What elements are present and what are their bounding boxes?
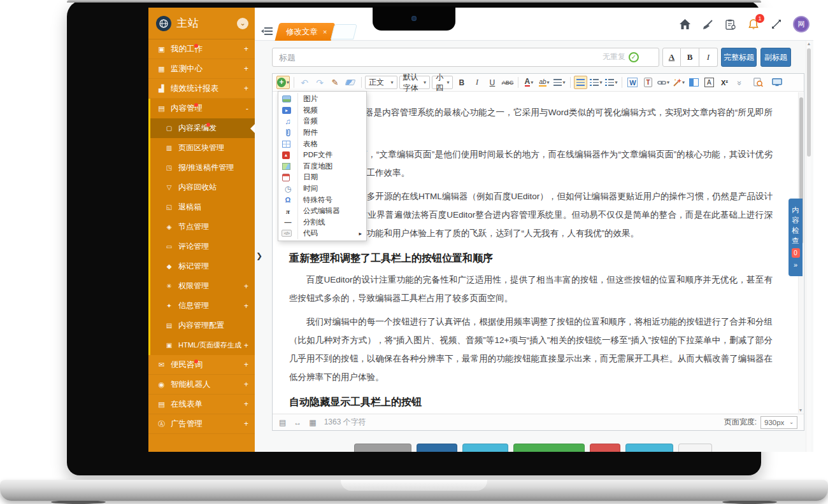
menu-item-divider-line[interactable]: —分割线	[278, 217, 366, 228]
editor-heading[interactable]: 重新整理和调整了工具栏上的按钮位置和顺序	[289, 251, 773, 265]
sidebar-item-performance-report[interactable]: ▟ 绩效统计报表 +	[148, 79, 255, 99]
menu-item-formula-editor[interactable]: π公式编辑器	[278, 206, 366, 217]
font-size-select[interactable]: 小四 ▾	[432, 76, 453, 89]
action-button-gray[interactable]	[354, 444, 411, 452]
char-border-button[interactable]: A	[703, 76, 716, 89]
redo-button[interactable]: ↷	[313, 76, 327, 89]
menu-item-table[interactable]: 表格	[278, 138, 366, 150]
sidebar-item-permission-management[interactable]: ✳ 权限管理 +	[150, 276, 255, 296]
element-path-icon[interactable]: ▤	[279, 418, 286, 427]
sidebar-item-comment-management[interactable]: ▭ 评论管理	[150, 237, 255, 256]
scrollbar-up-arrow[interactable]: ▲	[806, 41, 811, 46]
superscript-button[interactable]: X²	[718, 76, 731, 89]
preview-button[interactable]	[752, 76, 765, 89]
paragraph-style-value: 正文	[369, 77, 384, 88]
full-title-button[interactable]: 完整标题	[721, 48, 757, 67]
page-width-select[interactable]: 930px ⌄	[760, 416, 797, 429]
menu-item-video[interactable]: ▸视频	[278, 105, 366, 116]
strikethrough-button[interactable]: ABC	[501, 76, 514, 89]
editor-paragraph[interactable]: 百度UEditor的设计注重功能的完备性和广泛适用性，提供了相当丰富的按钮，但这…	[289, 270, 773, 307]
italic-button[interactable]: I	[470, 76, 483, 89]
sidebar-item-html-cache[interactable]: ▣ HTML/页面缓存生成 +	[150, 335, 255, 355]
sidebar-item-content-config[interactable]: ▤ 内容管理配置	[150, 316, 255, 335]
action-button-white[interactable]	[678, 444, 712, 452]
sidebar-item-my-work[interactable]: ▣ 我的工作 +	[148, 39, 255, 59]
menu-item-pdf[interactable]: ▲PDF文件	[278, 150, 366, 161]
sidebar-item-tag-management[interactable]: ◆ 标记管理	[150, 256, 255, 276]
bold-button[interactable]: B	[455, 76, 468, 89]
paste-plain-text-button[interactable]: T	[641, 76, 655, 89]
sidebar-collapse-handle[interactable]: ❯	[256, 251, 262, 260]
close-icon[interactable]: ×	[323, 28, 327, 36]
unordered-list-button[interactable]: ▾	[604, 76, 618, 89]
sidebar-item-rejected-box[interactable]: ◱ 退稿箱	[150, 197, 255, 217]
fullscreen-expand-icon[interactable]	[770, 18, 783, 31]
first-line-indent-button[interactable]	[574, 76, 587, 89]
fullscreen-editor-button[interactable]	[770, 76, 783, 89]
sidebar-item-recycle-bin[interactable]: ▽ 内容回收站	[150, 178, 255, 197]
word-import-button[interactable]: W	[626, 76, 639, 89]
action-button-darkblue[interactable]	[417, 444, 457, 452]
sidebar-item-push-manuscript[interactable]: ◳ 报/推送稿件管理	[150, 158, 255, 178]
sidebar-item-content-management[interactable]: ▤ 内容管理 -	[150, 99, 255, 118]
sidebar-item-page-block[interactable]: ▥ 页面区块管理	[150, 138, 255, 158]
editor-paragraph[interactable]: 我们对编辑中的每一个按钮进行了认真评估，根据使用频率调整了按钮的位置和顺序，将相…	[289, 312, 773, 386]
align-button[interactable]: ▾	[553, 76, 566, 89]
home-icon[interactable]	[678, 18, 691, 31]
action-button-red[interactable]	[590, 444, 620, 452]
menu-item-special-symbol[interactable]: Ω特殊符号	[278, 194, 366, 206]
magic-wand-button[interactable]: ▾	[672, 76, 685, 89]
sidebar-item-citizen-consult[interactable]: ✉ 便民咨询 +	[148, 355, 255, 375]
menu-item-audio[interactable]: ♫音频	[278, 116, 366, 127]
user-avatar[interactable]: 网	[793, 16, 810, 32]
sidebar-item-smart-robot[interactable]: ◉ 智能机器人 +	[148, 375, 255, 395]
action-button-green[interactable]	[513, 444, 585, 452]
undo-button[interactable]: ↶	[298, 76, 311, 89]
page-scrollbar[interactable]: ▲	[806, 41, 811, 452]
link-button[interactable]: ▾	[657, 76, 670, 89]
sidebar-item-online-form[interactable]: ▤ 在线表单 +	[148, 395, 255, 414]
sidebar-header[interactable]: 主站 ⌄	[148, 8, 255, 39]
format-painter-button[interactable]: ✎	[329, 76, 342, 89]
sidebar-item-node-management[interactable]: ◈ 节点管理	[150, 217, 255, 237]
menu-item-date[interactable]: 日期	[278, 172, 366, 183]
sidebar-item-info-management[interactable]: ✦ 信息管理 +	[150, 296, 255, 316]
audit-clipboard-icon[interactable]	[724, 18, 737, 31]
underline-button[interactable]: U	[485, 76, 499, 89]
insert-dropdown-button[interactable]: + ▾	[276, 76, 290, 89]
action-button-lightblue2[interactable]	[625, 444, 673, 452]
menu-item-image[interactable]: 图片	[278, 94, 366, 105]
more-tools-button[interactable]: »	[733, 76, 746, 89]
menu-item-attachment[interactable]: 附件	[278, 127, 366, 139]
font-family-select[interactable]: 默认字体 ▾	[399, 76, 431, 89]
toggle-sidebar-icon[interactable]	[261, 27, 273, 36]
eraser-button[interactable]	[344, 76, 357, 89]
highlight-color-button[interactable]: ab▾	[538, 76, 551, 89]
grid-toggle-icon[interactable]: ▦	[309, 418, 316, 427]
sidebar-item-content-editing[interactable]: ▢ 内容采编发	[150, 118, 255, 138]
ordered-list-button[interactable]: ▾	[589, 76, 603, 89]
notification-bell-icon[interactable]: 1	[747, 18, 760, 31]
sidebar-item-monitor-center[interactable]: ▦ 监测中心 +	[148, 59, 255, 79]
clean-broom-icon[interactable]	[701, 18, 714, 31]
menu-item-time[interactable]: ◷时间	[278, 183, 366, 195]
title-underline-button[interactable]: A	[662, 48, 681, 67]
content-check-tab[interactable]: 内 容 检 查 0 »	[789, 199, 803, 276]
article-title-input[interactable]	[272, 48, 659, 67]
title-italic-button[interactable]: I	[699, 48, 718, 67]
action-button-lightblue[interactable]	[462, 444, 508, 452]
paragraph-style-select[interactable]: 正文 ▾	[365, 76, 397, 89]
chevron-down-icon[interactable]: ⌄	[237, 18, 248, 29]
sub-title-button[interactable]: 副标题	[760, 48, 791, 67]
scrollbar-down-arrow[interactable]: ▼	[798, 408, 803, 412]
title-bold-button[interactable]: B	[681, 48, 699, 67]
sidebar-item-ad-management[interactable]: Ⓐ 广告管理 +	[148, 414, 255, 434]
columns-layout-button[interactable]	[687, 76, 701, 89]
menu-item-baidu-map[interactable]: 百度地图	[278, 161, 366, 172]
width-toggle-icon[interactable]: ↔	[294, 418, 301, 427]
menu-item-code[interactable]: </>代码▸	[278, 228, 366, 239]
scrollbar-thumb[interactable]	[807, 48, 811, 157]
tab-edit-article[interactable]: 修改文章 ×	[275, 23, 336, 41]
font-color-button[interactable]: A▾	[522, 76, 536, 89]
editor-heading[interactable]: 自动隐藏显示工具栏上的按钮	[289, 395, 773, 409]
